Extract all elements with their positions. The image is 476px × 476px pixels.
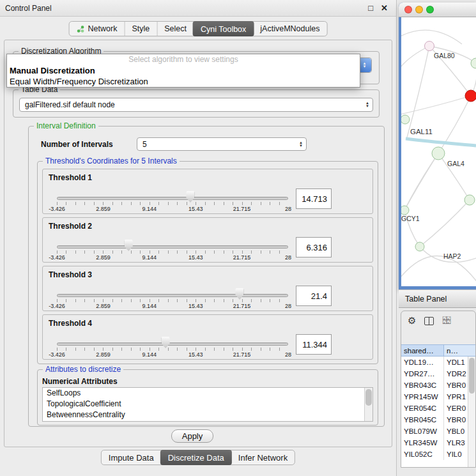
network-node[interactable] (432, 147, 445, 160)
table-toolbar: ⚙ ☑☑☑☑ (401, 311, 475, 330)
network-canvas[interactable]: GAL80GAL11GAL4GCY1HAP2 (401, 17, 476, 286)
network-edge-thick[interactable] (406, 139, 476, 146)
tab-label: Infer Network (238, 453, 288, 463)
threshold-1-slider[interactable]: -3.426 2.859 9.144 15.43 21.715 28 (57, 188, 288, 214)
table-cell: YPR1 (444, 391, 468, 403)
threshold-2-slider[interactable]: -3.426 2.859 9.144 15.43 21.715 28 (57, 237, 288, 263)
table-row[interactable]: YPR145WYPR1 (401, 391, 468, 403)
table-cell: YDR27… (401, 368, 444, 380)
scrollbar-thumb[interactable] (469, 358, 475, 394)
table-scrollbar[interactable] (468, 357, 475, 467)
table-row[interactable]: YLR345WYLR3 (401, 437, 468, 449)
slider-thumb[interactable] (162, 337, 170, 348)
threshold-title: Threshold 2 (49, 222, 92, 231)
number-of-intervals-combobox[interactable]: 5 ▲▼ (137, 137, 307, 151)
scale-label: 9.144 (142, 303, 157, 309)
network-edge[interactable] (420, 200, 470, 247)
column-header-name[interactable]: n… (444, 344, 475, 357)
numerical-attributes-list[interactable]: SelfLoopsTopologicalCoefficientBetweenne… (42, 387, 373, 422)
scale-label: 2.859 (96, 303, 111, 309)
list-item[interactable]: BetweennessCentrality (43, 410, 364, 420)
table-row[interactable]: YBR045CYBR0 (401, 414, 468, 426)
table-row[interactable]: YBR043CYBR0 (401, 380, 468, 391)
slider-ticks (57, 202, 288, 205)
table-data-combobox[interactable]: galFiltered.sif default node ▲▼ (19, 98, 373, 112)
close-traffic-light-icon[interactable] (404, 6, 412, 13)
list-item[interactable]: TopologicalCoefficient (43, 399, 364, 410)
table-body: YDL19…YDL1YDR27…YDR2YBR043CYBR0YPR145WYP… (401, 357, 468, 467)
select-columns-icon[interactable]: ☑☑☑☑ (442, 317, 453, 325)
tab-label: Network (88, 24, 118, 33)
table-row[interactable]: YDL19…YDL1 (401, 357, 468, 368)
columns-icon[interactable] (424, 317, 434, 325)
threshold-4-slider[interactable]: -3.426 2.859 9.144 15.43 21.715 28 (57, 334, 288, 360)
tab-label: Select (164, 24, 187, 33)
table-row[interactable]: YER054CYER0 (401, 403, 468, 414)
table-cell: YER0 (444, 403, 468, 414)
tab-infer-network[interactable]: Infer Network (231, 450, 295, 464)
gear-icon[interactable]: ⚙ (408, 315, 416, 326)
scale-label: 15.43 (188, 254, 203, 261)
network-node[interactable] (425, 42, 434, 51)
list-item[interactable]: SelfLoops (43, 388, 364, 399)
scrollbar-thumb[interactable] (365, 389, 372, 406)
network-svg: GAL80GAL11GAL4GCY1HAP2 (401, 17, 476, 286)
network-node[interactable] (464, 195, 475, 205)
slider-thumb[interactable] (125, 240, 133, 251)
scale-label: 9.144 (142, 254, 157, 261)
group-label: Threshold's Coordinates for 5 Intervals (43, 157, 180, 165)
slider-scale: -3.426 2.859 9.144 15.43 21.715 28 (57, 303, 288, 309)
table-cell: YBL0 (444, 426, 468, 437)
tab-style[interactable]: Style (124, 22, 157, 36)
network-edge[interactable] (401, 96, 471, 114)
threshold-1-value-field[interactable] (296, 188, 332, 209)
table-row[interactable]: YIL052CYIL0 (401, 449, 468, 460)
group-label: Attributes to discretize (43, 365, 123, 374)
slider-thumb[interactable] (186, 191, 194, 203)
threshold-2-value-field[interactable] (296, 237, 332, 257)
network-node[interactable] (465, 90, 476, 102)
minimize-icon[interactable]: □ (368, 3, 373, 13)
number-of-intervals-label: Number of Intervals (41, 140, 113, 149)
slider-scale: -3.426 2.859 9.144 15.43 21.715 28 (57, 254, 288, 261)
network-window-titlebar (399, 3, 476, 17)
threshold-3-slider[interactable]: -3.426 2.859 9.144 15.43 21.715 28 (57, 286, 288, 311)
table-cell: YIL0 (444, 449, 468, 460)
tab-jactivemnodules[interactable]: jActiveMNodules (253, 22, 326, 36)
threshold-4-box: Threshold 4 -3.426 2.859 9.144 15.43 21.… (42, 314, 373, 360)
minimize-traffic-light-icon[interactable] (415, 6, 423, 13)
zoom-traffic-light-icon[interactable] (426, 6, 434, 13)
network-node-label: GAL4 (447, 160, 464, 167)
slider-track (57, 197, 288, 200)
tab-label: Style (132, 24, 150, 33)
column-header-shared-name[interactable]: shared… (401, 344, 444, 357)
tab-select[interactable]: Select (157, 22, 194, 36)
dropdown-option-manual-discretization[interactable]: Manual Discretization (7, 65, 360, 76)
scale-label: -3.426 (49, 303, 65, 309)
threshold-3-value-field[interactable] (296, 286, 332, 306)
table-row[interactable]: YBL079WYBL0 (401, 426, 468, 437)
dropdown-option-equal-width-frequency[interactable]: Equal Width/Frequency Discretization (7, 76, 360, 87)
tab-impute-data[interactable]: Impute Data (102, 450, 161, 464)
tab-discretize-data[interactable]: Discretize Data (160, 450, 232, 465)
apply-button[interactable]: Apply (171, 429, 213, 443)
table-cell: YDR2 (444, 368, 468, 380)
threshold-4-value-field[interactable] (296, 334, 332, 355)
slider-track (57, 342, 288, 346)
slider-thumb[interactable] (235, 288, 243, 300)
network-node[interactable] (401, 115, 410, 124)
tab-network[interactable]: Network (70, 22, 125, 36)
table-row[interactable]: YDR27…YDR2 (401, 368, 468, 380)
control-panel-window: Control Panel □ ✕ Network Style Select C… (0, 0, 397, 476)
network-edge[interactable] (407, 46, 429, 137)
scale-label: 28 (285, 206, 291, 212)
list-scrollbar[interactable] (364, 388, 372, 421)
tab-cyni-toolbox[interactable]: Cyni Toolbox (193, 21, 254, 36)
close-icon[interactable]: ✕ (381, 3, 388, 13)
tab-label: Cyni Toolbox (201, 25, 246, 34)
network-node-label: GAL11 (410, 128, 433, 135)
network-node[interactable] (415, 242, 424, 251)
network-node[interactable] (471, 58, 476, 68)
network-node[interactable] (401, 206, 409, 215)
network-edge[interactable] (404, 153, 438, 210)
